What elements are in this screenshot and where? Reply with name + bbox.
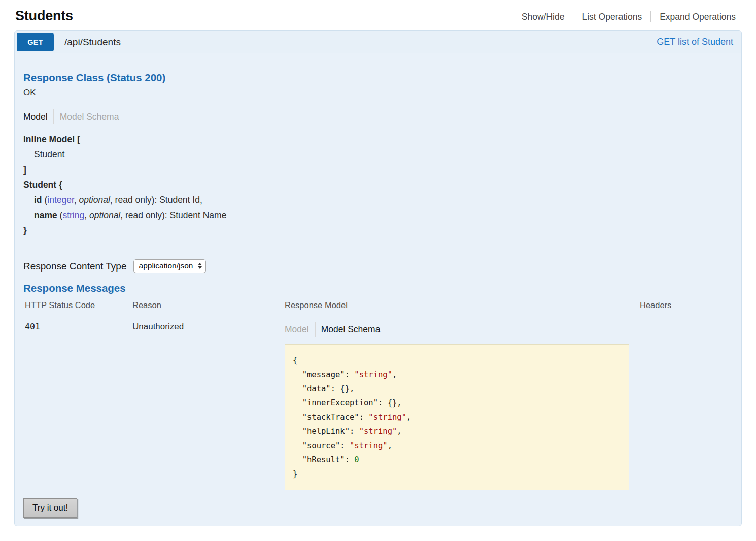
show-hide-link[interactable]: Show/Hide [522,12,573,22]
expand-operations-link[interactable]: Expand Operations [651,12,741,22]
headers-cell [638,315,733,491]
signature-line: ] [23,162,733,177]
operation-get-students: GET /api/Students GET list of Student Re… [14,30,742,526]
list-operations-link[interactable]: List Operations [573,12,650,22]
reason-cell: Unauthorized [132,322,184,331]
page-title: Students [15,8,73,24]
signature-line: name (string, optional, read only): Stud… [23,208,733,223]
column-header-headers: Headers [638,298,733,315]
code-line: "stackTrace": "string", [293,410,621,424]
response-content-type-label: Response Content Type [23,261,127,272]
code-line: "hResult": 0 [293,453,621,467]
tab-model-schema[interactable]: Model Schema [60,112,119,122]
response-class-heading: Response Class (Status 200) [23,72,733,84]
operation-summary-link[interactable]: GET list of Student [657,37,733,47]
response-content-type-value: application/json [139,261,193,270]
operation-path-link[interactable]: /api/Students [64,37,121,48]
signature-line: id (integer, optional, read only): Stude… [23,192,733,208]
response-content-type-row: Response Content Type application/json [23,259,733,273]
signature-line: Inline Model [ [23,131,733,147]
page-header: Students Show/Hide List Operations Expan… [14,8,742,24]
code-line: } [293,467,621,481]
code-line: "innerException": {}, [293,396,621,410]
tab-separator [53,109,54,124]
operation-content: Response Class (Status 200) OK Model Mod… [15,53,741,526]
signature-line: Student [23,147,733,162]
swagger-page: Students Show/Hide List Operations Expan… [0,0,756,526]
signature-line: } [23,223,733,238]
model-signature: Inline Model [Student]Student {id (integ… [23,131,733,238]
code-line: "data": {}, [293,382,621,396]
resource-nav: Show/Hide List Operations Expand Operati… [522,11,741,24]
response-class-tabs: Model Model Schema [23,109,733,124]
tab-separator [315,322,316,337]
response-messages-table: HTTP Status Code Reason Response Model H… [23,298,733,490]
code-line: "message": "string", [293,367,621,382]
table-row: 401 Unauthorized Model Model Schema { "m… [23,315,733,491]
code-line: { [293,353,621,367]
status-code-cell: 401 [25,322,40,331]
tab-model[interactable]: Model [285,324,309,335]
http-method-badge[interactable]: GET [17,33,54,51]
column-header-status: HTTP Status Code [23,298,131,315]
response-model-cell: Model Model Schema { "message": "string"… [283,315,638,491]
response-content-type-select[interactable]: application/json [133,259,207,273]
dropdown-arrows-icon [198,263,202,269]
try-it-out-button[interactable]: Try it out! [23,498,77,518]
column-header-response-model: Response Model [283,298,638,315]
tab-model-schema[interactable]: Model Schema [321,324,381,335]
column-header-reason: Reason [131,298,283,315]
tab-model[interactable]: Model [23,112,48,122]
operation-heading-bar[interactable]: GET /api/Students GET list of Student [15,31,741,53]
table-header-row: HTTP Status Code Reason Response Model H… [23,298,733,315]
code-line: "source": "string", [293,438,621,453]
code-line: "helpLink": "string", [293,424,621,438]
model-schema-snippet: { "message": "string", "data": {}, "inne… [285,344,629,490]
response-model-tabs: Model Model Schema [285,322,638,337]
response-messages-heading: Response Messages [23,282,733,294]
signature-line: Student { [23,177,733,192]
response-class-description: OK [23,88,733,98]
